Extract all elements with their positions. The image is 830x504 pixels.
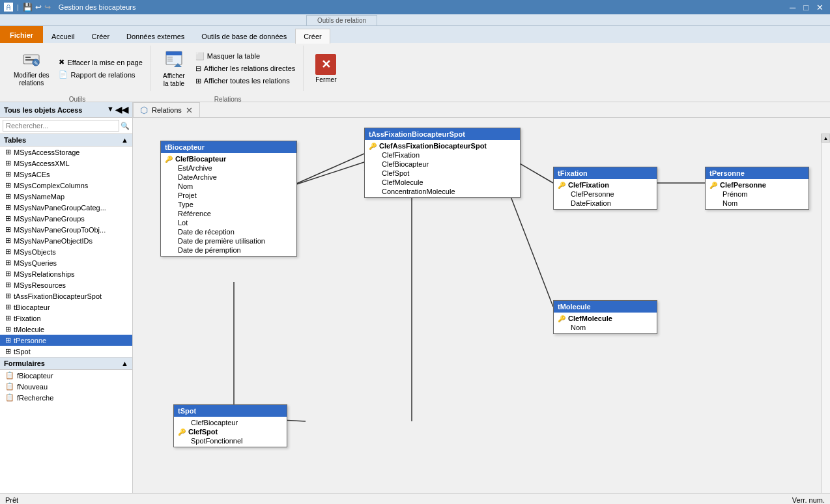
scroll-up-button[interactable]: ▲ xyxy=(822,133,830,143)
sidebar-item-msysnamemap[interactable]: ⊞ MSysNameMap xyxy=(0,191,132,202)
search-icon[interactable]: 🔍 xyxy=(121,122,130,130)
app-title: Gestion des biocapteurs xyxy=(59,3,136,11)
form-icon: 📋 xyxy=(5,371,14,380)
tab-donnees[interactable]: Données externes xyxy=(118,29,193,43)
sidebar-formulaires-header[interactable]: Formulaires ▲ xyxy=(0,357,132,370)
title-bar-left: 🅰 | 💾 ↩ ↪ Gestion des biocapteurs xyxy=(4,2,136,12)
table-icon: ⊞ xyxy=(5,148,11,156)
tab-creer[interactable]: Créer xyxy=(83,29,119,43)
close-button[interactable]: ✕ xyxy=(814,3,826,12)
key-icon: 🔑 xyxy=(369,143,377,150)
tables-section-label: Tables xyxy=(4,136,26,144)
minimize-button[interactable]: ─ xyxy=(787,3,798,12)
sidebar-item-frecherche[interactable]: 📋 fRecherche xyxy=(0,392,132,403)
effacer-button[interactable]: ✖ Effacer la mise en page xyxy=(56,57,145,68)
table-icon: ⊞ xyxy=(5,236,11,245)
sidebar-item-msysnavpanegrouptobj[interactable]: ⊞ MSysNavPaneGroupToObj... xyxy=(0,224,132,235)
masquer-table-button[interactable]: ⬜ Masquer la table xyxy=(193,51,298,62)
sidebar-item-tbiocapteur[interactable]: ⊞ tBiocapteur xyxy=(0,301,132,313)
field-clefmolecule2: 🔑 ClefMolecule xyxy=(554,314,657,323)
field-cleffixation: ClefFixation xyxy=(365,150,520,160)
table-tfixation-header[interactable]: tFixation xyxy=(554,167,657,179)
fermer-label: Fermer xyxy=(315,76,336,83)
rapport-button[interactable]: 📄 Rapport de relations xyxy=(56,69,145,80)
table-icon: ⊞ xyxy=(5,281,11,289)
tools-relation-tab[interactable]: Outils de relation xyxy=(306,15,377,25)
table-tpersonne-name: tPersonne xyxy=(709,169,745,177)
vertical-scrollbar[interactable]: ▲ ▼ xyxy=(821,133,830,493)
quick-access-save[interactable]: 💾 xyxy=(23,3,33,12)
sidebar-item-msysnavpaneobjectids[interactable]: ⊞ MSysNavPaneObjectIDs xyxy=(0,235,132,246)
table-tmolecule[interactable]: tMolecule 🔑 ClefMolecule Nom xyxy=(553,300,657,334)
sidebar-item-msysresources[interactable]: ⊞ MSysResources xyxy=(0,279,132,290)
table-tmolecule-fields: 🔑 ClefMolecule Nom xyxy=(554,313,657,333)
sidebar-item-tass[interactable]: ⊞ tAssFixationBiocapteurSpot xyxy=(0,290,132,301)
table-tpersonne-header[interactable]: tPersonne xyxy=(706,167,809,179)
table-tpersonne[interactable]: tPersonne 🔑 ClefPersonne Prénom Nom xyxy=(705,167,809,210)
svg-rect-9 xyxy=(167,61,173,62)
table-tspot[interactable]: tSpot ClefBiocapteur 🔑 ClefSpot SpotFonc… xyxy=(173,404,287,447)
sidebar-item-msysqueries[interactable]: ⊞ MSysQueries xyxy=(0,257,132,268)
sidebar-item-msysaccessstorage[interactable]: ⊞ MSysAccessStorage xyxy=(0,147,132,158)
sidebar-item-tfixation[interactable]: ⊞ tFixation xyxy=(0,313,132,324)
key-icon: 🔑 xyxy=(709,182,717,189)
tab-outils-bdd[interactable]: Outils de base de données xyxy=(193,29,295,43)
sidebar-item-msysnavpanecateg[interactable]: ⊞ MSysNavPaneGroupCateg... xyxy=(0,202,132,213)
table-tspot-header[interactable]: tSpot xyxy=(174,405,287,417)
table-tbiocapteur[interactable]: tBiocapteur 🔑 ClefBiocapteur EstArchive … xyxy=(160,141,297,257)
afficher-toutes-button[interactable]: ⊞ Afficher toutes les relations xyxy=(193,76,298,87)
effacer-icon: ✖ xyxy=(59,58,64,66)
relations-tab-icon: ⬡ xyxy=(140,105,148,115)
tab-accueil[interactable]: Accueil xyxy=(43,29,83,43)
sidebar-item-fbiocapteur[interactable]: 📋 fBiocapteur xyxy=(0,370,132,381)
sidebar-tables-header[interactable]: Tables ▲ xyxy=(0,134,132,147)
status-bar: Prêt Verr. num. xyxy=(0,493,830,504)
sidebar-item-msysaces[interactable]: ⊞ MSysACEs xyxy=(0,169,132,180)
sidebar-item-msysnavpanegroups[interactable]: ⊞ MSysNavPaneGroups xyxy=(0,213,132,224)
form-icon: 📋 xyxy=(5,393,14,402)
quick-access-redo[interactable]: ↪ xyxy=(44,3,51,12)
afficher-directes-button[interactable]: ⊟ Afficher les relations directes xyxy=(193,63,298,74)
table-tfixation[interactable]: tFixation 🔑 ClefFixation ClefPersonne Da… xyxy=(553,167,657,210)
directes-icon: ⊟ xyxy=(195,64,201,73)
sidebar-item-msysobjects[interactable]: ⊞ MSysObjects xyxy=(0,246,132,257)
sidebar-item-tspot[interactable]: ⊞ tSpot xyxy=(0,346,132,357)
afficher-table-button[interactable]: Afficherla table xyxy=(158,46,190,91)
search-input[interactable] xyxy=(3,120,119,132)
svg-rect-8 xyxy=(167,59,173,60)
sidebar-item-msysaccessxml[interactable]: ⊞ MSysAccessXML xyxy=(0,158,132,169)
sidebar-item-tmolecule[interactable]: ⊞ tMolecule xyxy=(0,324,132,335)
sidebar-item-msysrelationships[interactable]: ⊞ MSysRelationships xyxy=(0,268,132,279)
relations-canvas: tBiocapteur 🔑 ClefBiocapteur EstArchive … xyxy=(133,118,830,493)
svg-text:✎: ✎ xyxy=(34,61,38,66)
modifier-relations-button[interactable]: ✎ Modifier desrelations xyxy=(9,46,53,91)
table-tass-header[interactable]: tAssFixationBiocapteurSpot xyxy=(365,128,520,140)
scroll-track-v xyxy=(822,143,830,493)
tab-fichier[interactable]: Fichier xyxy=(0,26,43,43)
quick-access-undo[interactable]: ↩ xyxy=(35,3,42,12)
maximize-button[interactable]: □ xyxy=(801,3,811,12)
table-tass[interactable]: tAssFixationBiocapteurSpot 🔑 ClefAssFixa… xyxy=(364,128,521,198)
relations-tab[interactable]: ⬡ Relations ✕ xyxy=(133,102,200,117)
tab-creer2[interactable]: Créer xyxy=(295,29,330,44)
table-icon: ⊞ xyxy=(5,336,11,344)
field-spotfonctionnel: SpotFonctionnel xyxy=(174,436,287,445)
outils-col: ✖ Effacer la mise en page 📄 Rapport de r… xyxy=(56,57,145,80)
field-nom: Nom xyxy=(161,182,296,191)
sidebar-pin-icon[interactable]: ◀◀ xyxy=(115,105,128,115)
svg-rect-7 xyxy=(167,57,173,58)
modifier-icon: ✎ xyxy=(22,49,40,70)
field-nom2: Nom xyxy=(706,199,809,208)
table-tfixation-fields: 🔑 ClefFixation ClefPersonne DateFixation xyxy=(554,179,657,209)
table-tmolecule-name: tMolecule xyxy=(558,303,591,311)
fermer-button[interactable]: ✕ Fermer xyxy=(310,51,341,86)
sidebar-item-msyscomplexcolumns[interactable]: ⊞ MSysComplexColumns xyxy=(0,180,132,191)
sidebar-item-fnouveau[interactable]: 📋 fNouveau xyxy=(0,381,132,392)
relations-tab-close[interactable]: ✕ xyxy=(186,105,193,115)
table-icon: ⊞ xyxy=(5,259,11,267)
sidebar-item-tpersonne[interactable]: ⊞ tPersonne xyxy=(0,335,132,346)
table-tbiocapteur-header[interactable]: tBiocapteur xyxy=(161,141,296,153)
table-tmolecule-header[interactable]: tMolecule xyxy=(554,301,657,313)
sidebar-chevron-icon[interactable]: ▼ xyxy=(107,105,114,115)
app-icon: 🅰 xyxy=(4,2,13,12)
